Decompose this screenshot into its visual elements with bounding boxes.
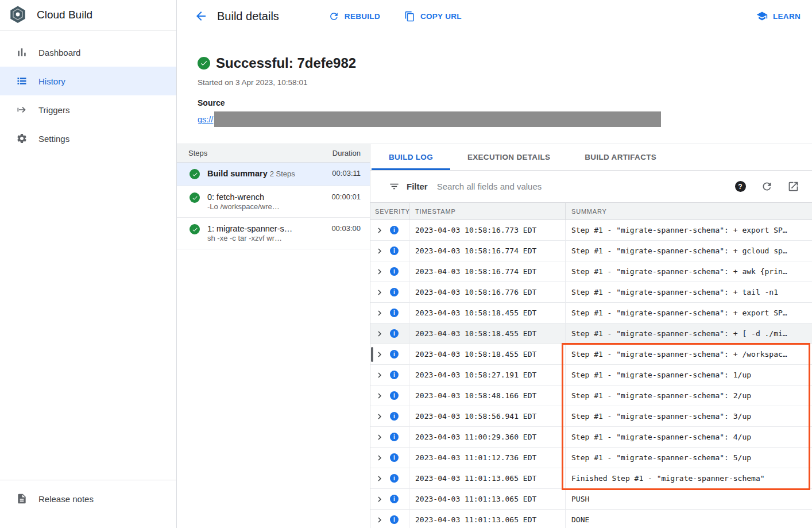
log-severity-cell: i	[370, 386, 409, 406]
step-title: 1: migrate-spanner-s…	[207, 224, 292, 233]
log-severity-cell: i	[370, 303, 409, 323]
sidebar-item-label: History	[38, 76, 65, 86]
expand-chevron-icon[interactable]	[374, 515, 385, 525]
log-summary: Step #1 - "migrate-spanner-schema": + ex…	[566, 303, 812, 323]
tab-execution-details[interactable]: EXECUTION DETAILS	[450, 144, 567, 170]
info-severity-icon: i	[390, 433, 399, 441]
log-summary: Finished Step #1 - "migrate-spanner-sche…	[566, 468, 812, 488]
info-severity-icon: i	[390, 391, 399, 400]
log-row[interactable]: i 2023-04-03 10:58:56.941 EDT Step #1 - …	[370, 406, 812, 427]
log-row[interactable]: i 2023-04-03 10:58:27.191 EDT Step #1 - …	[370, 365, 812, 386]
sidebar-item-settings[interactable]: Settings	[0, 124, 176, 153]
step-row-0-fetch-wrench[interactable]: 0: fetch-wrench -Lo /workspace/wre… 00:0…	[177, 186, 370, 218]
log-severity-cell: i	[370, 220, 409, 240]
redacted-source-path	[214, 111, 661, 127]
refresh-log-button[interactable]	[760, 180, 773, 193]
expand-chevron-icon[interactable]	[374, 370, 385, 380]
info-severity-icon: i	[390, 226, 399, 234]
log-timestamp: 2023-04-03 10:58:16.774 EDT	[409, 241, 566, 261]
log-timestamp: 2023-04-03 11:00:29.360 EDT	[409, 427, 566, 447]
expand-chevron-icon[interactable]	[374, 267, 385, 277]
sidebar-item-label: Release notes	[38, 494, 94, 504]
expand-chevron-icon[interactable]	[374, 287, 385, 298]
log-severity-cell: i	[370, 468, 409, 488]
step-row-build-summary[interactable]: Build summary 2 Steps 00:03:11	[177, 163, 370, 186]
log-severity-cell: i	[370, 510, 409, 528]
log-filter-input[interactable]	[437, 182, 734, 191]
dashboard-icon	[16, 47, 28, 58]
info-severity-icon: i	[390, 495, 399, 503]
log-row[interactable]: i 2023-04-03 11:01:12.736 EDT Step #1 - …	[370, 448, 812, 468]
page-title: Build details	[217, 10, 279, 23]
column-header-summary: SUMMARY	[566, 203, 812, 219]
log-row[interactable]: i 2023-04-03 10:58:16.776 EDT Step #1 - …	[370, 282, 812, 303]
filter-button[interactable]: Filter	[389, 181, 428, 192]
learn-label: LEARN	[773, 12, 801, 21]
log-row[interactable]: i 2023-04-03 10:58:16.773 EDT Step #1 - …	[370, 220, 812, 241]
back-arrow-button[interactable]	[194, 9, 208, 23]
sidebar-item-history[interactable]: History	[0, 67, 176, 95]
log-severity-cell: i	[370, 282, 409, 302]
copy-url-button[interactable]: COPY URL	[404, 11, 462, 22]
log-row[interactable]: i 2023-04-03 10:58:48.166 EDT Step #1 - …	[370, 386, 812, 406]
step-success-check-icon	[190, 169, 200, 179]
expand-chevron-icon[interactable]	[374, 473, 385, 484]
release-notes-doc-icon	[16, 493, 28, 504]
log-row[interactable]: i 2023-04-03 11:00:29.360 EDT Step #1 - …	[370, 427, 812, 448]
log-panel: BUILD LOG EXECUTION DETAILS BUILD ARTIFA…	[370, 144, 812, 528]
rebuild-button[interactable]: REBUILD	[328, 11, 380, 22]
step-row-1-migrate-spanner-schema[interactable]: 1: migrate-spanner-s… sh -xe -c tar -xzv…	[177, 218, 370, 249]
sidebar-item-triggers[interactable]: Triggers	[0, 95, 176, 124]
log-summary: Step #1 - "migrate-spanner-schema": + ta…	[566, 282, 812, 302]
expand-chevron-icon[interactable]	[374, 494, 385, 504]
copy-url-label: COPY URL	[420, 12, 462, 21]
expand-chevron-icon[interactable]	[374, 432, 385, 442]
info-severity-icon: i	[390, 350, 399, 359]
step-success-check-icon	[190, 224, 200, 234]
log-row[interactable]: i 2023-04-03 10:58:16.774 EDT Step #1 - …	[370, 241, 812, 261]
log-row[interactable]: i 2023-04-03 11:01:13.065 EDT PUSH	[370, 489, 812, 510]
help-button[interactable]: ?	[734, 180, 747, 193]
log-table-body: i 2023-04-03 10:58:16.773 EDT Step #1 - …	[370, 220, 812, 528]
log-row[interactable]: i 2023-04-03 10:58:18.455 EDT Step #1 - …	[370, 323, 812, 344]
log-severity-cell: i	[370, 427, 409, 447]
expand-chevron-icon[interactable]	[374, 391, 385, 401]
expand-chevron-icon[interactable]	[374, 308, 385, 318]
info-severity-icon: i	[390, 371, 399, 379]
scrollbar-thumb[interactable]	[371, 347, 373, 362]
log-tabs: BUILD LOG EXECUTION DETAILS BUILD ARTIFA…	[370, 144, 812, 171]
sidebar-footer: Release notes	[0, 480, 176, 528]
log-row[interactable]: i 2023-04-03 10:58:18.455 EDT Step #1 - …	[370, 303, 812, 323]
log-timestamp: 2023-04-03 10:58:56.941 EDT	[409, 406, 566, 426]
cloud-build-logo-icon	[8, 5, 28, 26]
expand-chevron-icon[interactable]	[374, 225, 385, 236]
step-success-check-icon	[190, 192, 200, 203]
tab-build-log[interactable]: BUILD LOG	[372, 144, 450, 170]
cloud-build-console: Cloud Build Dashboard History Triggers	[0, 0, 812, 528]
expand-chevron-icon[interactable]	[374, 246, 385, 256]
log-row[interactable]: i 2023-04-03 10:58:18.455 EDT Step #1 - …	[370, 344, 812, 365]
source-row: gs://	[198, 111, 812, 127]
sidebar-item-release-notes[interactable]: Release notes	[0, 485, 176, 512]
tab-build-artifacts[interactable]: BUILD ARTIFACTS	[567, 144, 674, 170]
source-gs-link[interactable]: gs://	[198, 115, 213, 124]
app-header[interactable]: Cloud Build	[0, 0, 176, 30]
info-severity-icon: i	[390, 246, 399, 255]
log-timestamp: 2023-04-03 10:58:18.455 EDT	[409, 323, 566, 344]
info-severity-icon: i	[390, 288, 399, 296]
expand-chevron-icon[interactable]	[374, 411, 385, 422]
log-row[interactable]: i 2023-04-03 11:01:13.065 EDT Finished S…	[370, 468, 812, 489]
expand-chevron-icon[interactable]	[374, 349, 385, 360]
learn-link[interactable]: LEARN	[756, 10, 801, 22]
log-row[interactable]: i 2023-04-03 11:01:13.065 EDT DONE	[370, 510, 812, 528]
step-duration: 00:03:00	[331, 224, 361, 242]
log-timestamp: 2023-04-03 10:58:18.455 EDT	[409, 344, 566, 364]
log-severity-cell: i	[370, 241, 409, 261]
sidebar-item-dashboard[interactable]: Dashboard	[0, 38, 176, 67]
log-timestamp: 2023-04-03 11:01:13.065 EDT	[409, 468, 566, 488]
filter-icon	[389, 181, 400, 192]
expand-chevron-icon[interactable]	[374, 329, 385, 339]
open-in-new-button[interactable]	[787, 180, 799, 193]
expand-chevron-icon[interactable]	[374, 453, 385, 463]
log-row[interactable]: i 2023-04-03 10:58:16.774 EDT Step #1 - …	[370, 261, 812, 282]
